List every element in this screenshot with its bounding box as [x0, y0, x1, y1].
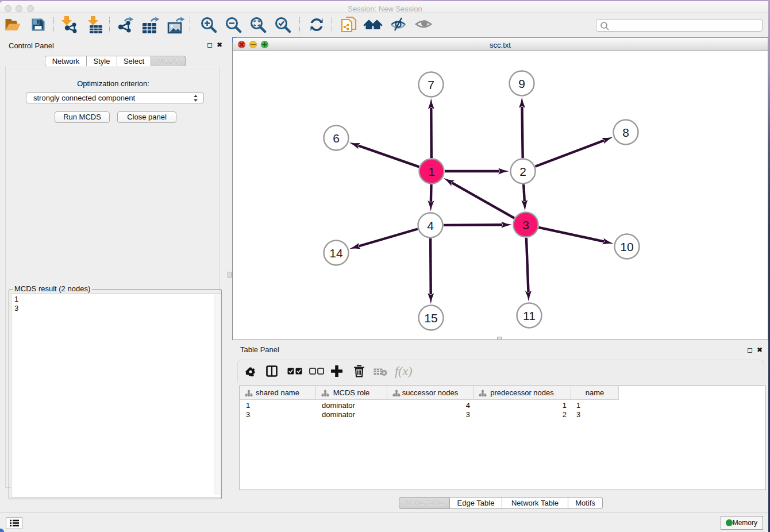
svg-text:10: 10 — [620, 240, 633, 253]
svg-text:11: 11 — [523, 309, 536, 322]
svg-text:3: 3 — [522, 218, 529, 232]
svg-text:8: 8 — [622, 126, 629, 139]
svg-text:7: 7 — [428, 78, 434, 91]
svg-text:14: 14 — [329, 246, 343, 260]
svg-text:4: 4 — [427, 219, 434, 232]
svg-text:1: 1 — [428, 165, 435, 178]
svg-text:9: 9 — [518, 77, 525, 90]
svg-text:2: 2 — [519, 165, 526, 178]
svg-text:6: 6 — [333, 132, 340, 145]
svg-text:15: 15 — [424, 311, 437, 325]
